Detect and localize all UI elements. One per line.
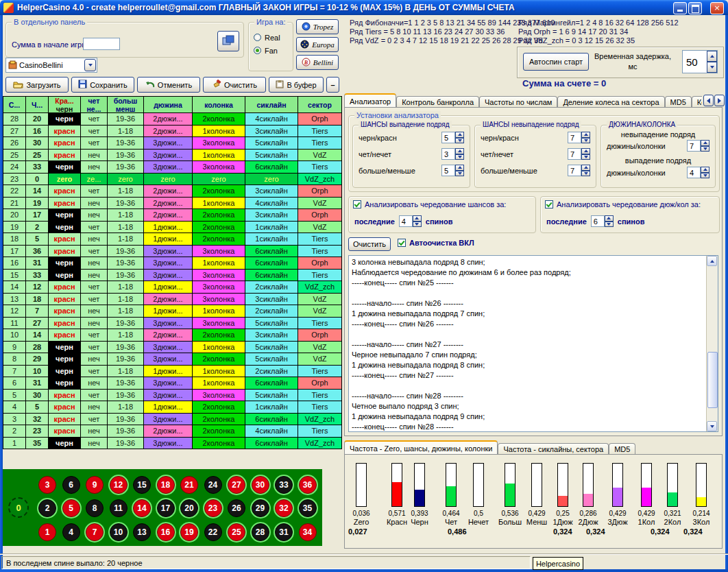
collapse-button[interactable]: – (326, 77, 339, 93)
spinner-up[interactable] (581, 165, 590, 171)
roulette-number[interactable]: 23 (204, 499, 222, 517)
roulette-number[interactable]: 1 (38, 523, 56, 541)
spin-row-spinner[interactable]: 7 (568, 148, 590, 160)
spinner-value[interactable]: 7 (568, 132, 581, 143)
delay-spinner[interactable]: 50 (682, 50, 718, 73)
tab-freq-1[interactable]: Частота - сиклайны, сектора (498, 443, 609, 455)
roulette-number[interactable]: 34 (299, 523, 317, 541)
spinner-value[interactable]: 7 (568, 148, 581, 160)
spinner-down[interactable] (413, 222, 422, 228)
spinner-up[interactable] (455, 148, 464, 154)
clear-button[interactable]: Очистить (203, 77, 266, 93)
buffer-button[interactable]: В буфер (269, 77, 324, 93)
roulette-number[interactable]: 17 (157, 499, 175, 517)
spinner-down[interactable] (581, 138, 590, 144)
spinner-down[interactable] (455, 171, 464, 177)
table-row[interactable]: 2630краснчет19-363дюжи...3колонка5сиклай… (3, 137, 342, 150)
casino-button-europa[interactable]: Europa (296, 37, 339, 52)
tab-main-3[interactable]: Деление колеса на сектора (557, 96, 664, 108)
table-row[interactable]: 223красннеч19-362дюжи...2колонка4сиклайн… (3, 425, 342, 438)
table-row[interactable]: 1127красннеч19-363дюжи...3колонка5сиклай… (3, 318, 342, 330)
spinner-down[interactable] (701, 146, 709, 152)
spin-row-spinner[interactable]: 7 (568, 165, 590, 176)
spinner-up[interactable] (701, 140, 709, 146)
casino-button-tropez[interactable]: Tropez (296, 19, 339, 34)
table-row[interactable]: 829черннеч19-363дюжи...2колонка5сиклайнV… (3, 353, 342, 366)
tab-main-1[interactable]: Контроль банкролла (396, 96, 479, 108)
autoclear-checkbox[interactable] (398, 239, 406, 247)
spin-row-spinner[interactable]: 3 (441, 148, 464, 160)
table-row[interactable]: 2820чернчет19-362дюжи...2колонка4сиклайн… (3, 113, 342, 126)
tab-freq-0[interactable]: Частота - Zero, шансы, дюжины, колонки (344, 440, 498, 455)
delay-spin-down[interactable] (707, 62, 717, 73)
roulette-number[interactable]: 20 (180, 499, 198, 517)
table-row[interactable]: 2017черннеч1-182дюжи...2колонка3сиклайнO… (3, 209, 342, 222)
spin-row-spinner[interactable]: 5 (441, 165, 464, 176)
roulette-number[interactable]: 24 (204, 476, 222, 494)
minimize-button[interactable] (673, 2, 687, 14)
table-row[interactable]: 530краснчет19-363дюжи...3колонка5сиклайн… (3, 390, 342, 402)
tab-main-0[interactable]: Анализатор (344, 93, 396, 108)
table-row[interactable]: 1318краснчет1-182дюжи...3колонка3сиклайн… (3, 294, 342, 306)
table-row[interactable]: 1533черннеч19-363дюжи...3колонка6сиклайн… (3, 270, 342, 282)
tab-scroll-left[interactable] (703, 95, 714, 106)
spinner-value[interactable]: 6 (591, 215, 605, 227)
spinner-up[interactable] (455, 132, 464, 138)
table-row[interactable]: 1736краснчет19-363дюжи...3колонка6сиклай… (3, 246, 342, 258)
roulette-number[interactable]: 2 (38, 499, 56, 517)
spinner-up[interactable] (605, 215, 614, 222)
delay-value[interactable]: 50 (683, 51, 707, 73)
scroll-thumb[interactable] (707, 352, 718, 408)
roulette-number[interactable]: 10 (110, 523, 128, 541)
roulette-number[interactable]: 18 (157, 476, 175, 494)
detach-panel-button[interactable] (217, 31, 239, 51)
alternation-dozens-checkbox[interactable] (545, 200, 553, 208)
roulette-number[interactable]: 22 (204, 523, 222, 541)
save-button[interactable]: Сохранить (71, 77, 134, 93)
scroll-up-button[interactable] (707, 256, 717, 266)
roulette-number[interactable]: 6 (62, 476, 80, 494)
table-row[interactable]: 135черннеч19-363дюжи...2колонка6сиклайнV… (3, 438, 342, 450)
spinner-down[interactable] (701, 173, 709, 179)
roulette-number[interactable]: 36 (299, 476, 317, 494)
close-button[interactable]: × (710, 2, 724, 14)
scroll-down-button[interactable] (707, 421, 717, 431)
roulette-number[interactable]: 28 (252, 523, 269, 541)
roulette-number[interactable]: 27 (228, 476, 245, 494)
autospin-start-button[interactable]: Автоспин старт (523, 53, 589, 71)
alternation-dozens-spinner[interactable]: 6 (591, 215, 614, 227)
table-row[interactable]: 710чернчет1-181дюжи...1колонка2сиклайнTi… (3, 366, 342, 378)
table-row[interactable]: 1631черннеч19-363дюжи...1колонка6сиклайн… (3, 257, 342, 270)
table-row[interactable]: 127красннеч1-181дюжи...1колонка2сиклайнV… (3, 305, 342, 318)
log-memo[interactable]: 3 колонка невыпадала подряд 8 спин;Наблю… (348, 255, 718, 432)
casino-button-bellini[interactable]: BBellini (296, 55, 339, 70)
title-bar[interactable]: HelperCasino 4.0 - create helperroullet@… (0, 0, 728, 15)
roulette-number[interactable]: 15 (133, 476, 151, 494)
spinner-down[interactable] (455, 138, 464, 144)
roulette-number[interactable]: 29 (252, 499, 269, 517)
spin-row-spinner[interactable]: 7 (568, 132, 590, 143)
radio-fan[interactable]: Fan (254, 44, 291, 57)
spinner-value[interactable]: 7 (687, 140, 701, 152)
spinner-up[interactable] (455, 165, 464, 171)
roulette-number[interactable]: 25 (228, 523, 245, 541)
roulette-number[interactable]: 11 (110, 499, 128, 517)
table-row[interactable]: 928чернчет19-363дюжи...1колонка5сиклайнV… (3, 342, 342, 354)
roulette-number[interactable]: 3 (38, 476, 56, 494)
roulette-number[interactable]: 14 (133, 499, 151, 517)
dozen-col-hit-spinner[interactable]: 4 (687, 167, 709, 178)
casino-select[interactable]: CasinoBellini (5, 58, 97, 73)
tab-main-2[interactable]: Частоты по числам (479, 96, 557, 108)
table-row[interactable]: 2433черннеч19-363дюжи...3колонка6сиклайн… (3, 161, 342, 174)
delay-spin-up[interactable] (707, 51, 717, 62)
table-row[interactable]: 230zeroze...zerozerozerozeroVdZ_zch (3, 174, 342, 186)
table-row[interactable]: 45красннеч1-181дюжи...2колонка1сиклайнTi… (3, 401, 342, 414)
maximize-button[interactable] (688, 2, 702, 14)
table-row[interactable]: 2214краснчет1-182дюжи...2колонка3сиклайн… (3, 185, 342, 198)
table-row[interactable]: 631черннеч19-363дюжи...1колонка6сиклайнO… (3, 377, 342, 390)
spinner-value[interactable]: 7 (568, 165, 581, 176)
tab-main-5[interactable]: Ко (692, 96, 702, 108)
roulette-number[interactable]: 16 (157, 523, 175, 541)
sum-start-input[interactable] (83, 38, 120, 50)
table-row[interactable]: 1014краснчет1-182дюжи...2колонка3сиклайн… (3, 329, 342, 342)
